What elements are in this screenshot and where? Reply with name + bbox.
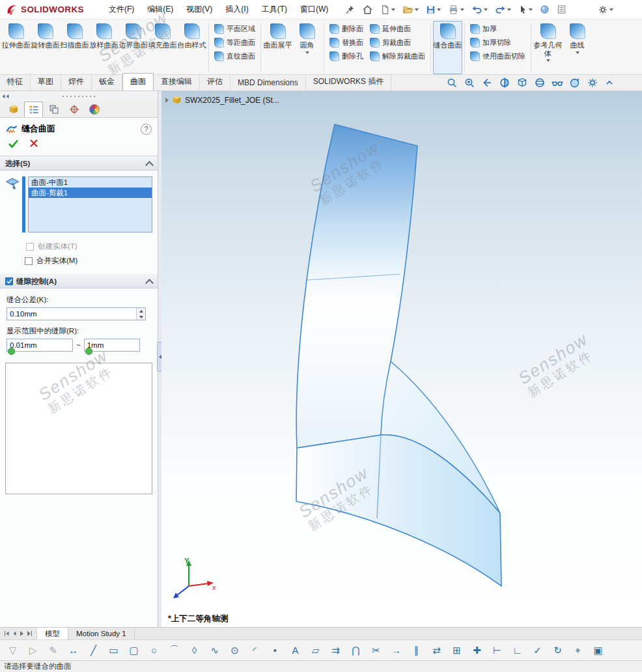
menu-edit[interactable]: 编辑(E) [141, 1, 180, 18]
centerpoint-arc-icon[interactable]: ⌒ [164, 644, 184, 656]
graphics-viewport[interactable]: SWX2025_Fillet_JOE (St... [161, 91, 642, 627]
menu-insert[interactable]: 插入(I) [219, 1, 255, 18]
orientation-triad[interactable]: Y x [167, 555, 219, 607]
new-document-icon[interactable] [380, 5, 395, 15]
quick-snaps-icon[interactable]: ⌖ [568, 645, 588, 656]
repair-sketch-icon[interactable]: ↻ [548, 645, 568, 656]
boundary-surface-button[interactable]: 边界曲面 [119, 21, 148, 74]
sketch-fillet-icon[interactable]: ◜ [245, 645, 265, 656]
tab-solidworks-addins[interactable]: SOLIDWORKS 插件 [306, 74, 392, 91]
ellipse-icon[interactable]: ⊙ [225, 645, 245, 656]
add-relation-icon[interactable]: ∟ [507, 645, 527, 656]
gap-range-min-slider-handle[interactable] [8, 348, 15, 355]
spin-up-icon[interactable] [137, 308, 145, 314]
open-dropdown-icon[interactable] [415, 8, 419, 11]
circle-icon[interactable]: ○ [144, 645, 164, 656]
tab-evaluate[interactable]: 评估 [200, 74, 230, 91]
tab-direct-editing[interactable]: 直接编辑 [154, 74, 200, 91]
thickened-cut-button[interactable]: 加厚切除 [470, 38, 525, 48]
gap-results-list[interactable] [5, 363, 152, 494]
polygon-icon[interactable]: ◊ [184, 645, 204, 656]
display-style-icon[interactable] [534, 77, 546, 89]
last-tab-icon[interactable] [27, 631, 32, 636]
triad-z-axis[interactable] [173, 586, 189, 598]
fillet-button[interactable]: 圆角 [292, 21, 322, 74]
redo-dropdown-icon[interactable] [507, 8, 511, 11]
print-dropdown-icon[interactable] [460, 8, 464, 11]
motion-study-tab[interactable]: Motion Study 1 [68, 628, 135, 639]
gap-range-max-slider-handle[interactable] [85, 348, 92, 355]
thicken-button[interactable]: 加厚 [470, 24, 525, 34]
tab-weldments[interactable]: 焊件 [61, 74, 92, 91]
extend-entities-icon[interactable]: → [386, 645, 406, 656]
selection-group-header[interactable]: 选择(S) [0, 156, 158, 171]
gap-range-min-input[interactable] [7, 339, 72, 351]
replace-face-button[interactable]: 替换面 [329, 38, 363, 48]
fully-define-sketch-icon[interactable]: ✓ [527, 645, 548, 656]
curves-dropdown-icon[interactable] [576, 51, 579, 54]
trim-entities-icon[interactable]: ✂ [366, 645, 386, 656]
delete-hole-button[interactable]: 删除孔 [329, 51, 363, 61]
cut-with-surface-button[interactable]: 使用曲面切除 [470, 51, 525, 61]
reference-geometry-button[interactable]: 参考几何体 [533, 21, 563, 74]
mirror-entities-icon[interactable]: ⇄ [426, 645, 447, 656]
ruled-surface-button[interactable]: 直纹曲面 [214, 51, 255, 61]
previous-tab-icon[interactable] [14, 632, 16, 636]
straight-slot-icon[interactable]: ▢ [124, 645, 144, 656]
offset-entities-icon[interactable]: ∥ [406, 645, 426, 656]
menu-file[interactable]: 文件(F) [102, 1, 141, 18]
planar-surface-button[interactable]: 平面区域 [214, 24, 255, 34]
spin-down-icon[interactable] [137, 314, 145, 320]
dimxpert-manager-tab[interactable] [64, 102, 83, 117]
menu-tools[interactable]: 工具(T) [255, 1, 294, 18]
create-solid-checkbox-row[interactable]: 创建实体(T) [0, 239, 158, 253]
model-canvas[interactable] [161, 91, 642, 627]
delete-face-button[interactable]: 删除面 [329, 24, 363, 34]
select-icon[interactable]: ▷ [23, 645, 43, 656]
menu-view[interactable]: 视图(V) [180, 1, 219, 18]
surfaces-selection-list[interactable]: 曲面-中面1 曲面-剪裁1 [28, 176, 152, 232]
select-dropdown-icon[interactable] [529, 8, 533, 11]
untrim-surface-button[interactable]: 解除剪裁曲面 [370, 51, 425, 61]
pin-menu-icon[interactable] [345, 5, 355, 15]
gap-control-group-header[interactable]: 缝隙控制(A) [0, 274, 158, 288]
spline-icon[interactable]: ∿ [204, 645, 225, 656]
linear-sketch-pattern-icon[interactable]: ⊞ [447, 645, 467, 656]
filled-surface-button[interactable]: 填充曲面 [148, 21, 177, 74]
extend-surface-button[interactable]: 延伸曲面 [370, 24, 425, 34]
intersection-curve-icon[interactable]: ⋂ [346, 645, 366, 656]
tab-surfaces[interactable]: 曲面 [122, 73, 154, 91]
trim-surface-button[interactable]: 剪裁曲面 [370, 38, 425, 48]
convert-entities-icon[interactable]: ⇉ [326, 645, 346, 656]
hide-show-items-icon[interactable] [551, 77, 563, 89]
triad-y-axis[interactable]: Y [184, 557, 191, 586]
panel-collapse-icon[interactable] [2, 94, 9, 99]
offset-surface-button[interactable]: 等距曲面 [214, 38, 255, 48]
collapse-toolbar-icon[interactable] [604, 77, 615, 89]
plane-icon[interactable]: ▱ [305, 645, 326, 656]
knit-surface-button[interactable]: 缝合曲面 [433, 21, 462, 74]
line-icon[interactable]: ╱ [83, 645, 104, 656]
triad-x-axis[interactable]: x [189, 581, 216, 591]
selection-list-item[interactable]: 曲面-中面1 [29, 177, 152, 188]
model-tab[interactable]: 模型 [37, 628, 68, 639]
select-cursor-icon[interactable] [518, 5, 533, 15]
ok-button[interactable] [8, 139, 19, 150]
tab-sketch[interactable]: 草图 [31, 74, 61, 91]
appearance-sphere-icon[interactable] [540, 5, 550, 14]
revolved-surface-button[interactable]: 旋转曲面 [31, 21, 60, 74]
zoom-to-area-icon[interactable] [464, 77, 475, 89]
extruded-surface-button[interactable]: 拉伸曲面 [1, 21, 31, 74]
text-icon[interactable]: A [285, 645, 305, 656]
sketch-picture-icon[interactable]: ▣ [588, 645, 608, 656]
new-document-dropdown-icon[interactable] [391, 8, 395, 11]
merge-entities-checkbox-row[interactable]: 合并实体(M) [0, 253, 158, 268]
view-orientation-icon[interactable] [516, 77, 528, 89]
zoom-to-fit-icon[interactable] [446, 77, 458, 89]
gap-range-max-input[interactable] [85, 339, 139, 351]
merge-entities-checkbox[interactable] [25, 257, 33, 265]
view-settings-icon[interactable] [587, 77, 598, 89]
next-tab-icon[interactable] [20, 631, 23, 636]
tab-mbd-dimensions[interactable]: MBD Dimensions [230, 76, 306, 91]
lofted-surface-button[interactable]: 放样曲面 [89, 21, 119, 74]
